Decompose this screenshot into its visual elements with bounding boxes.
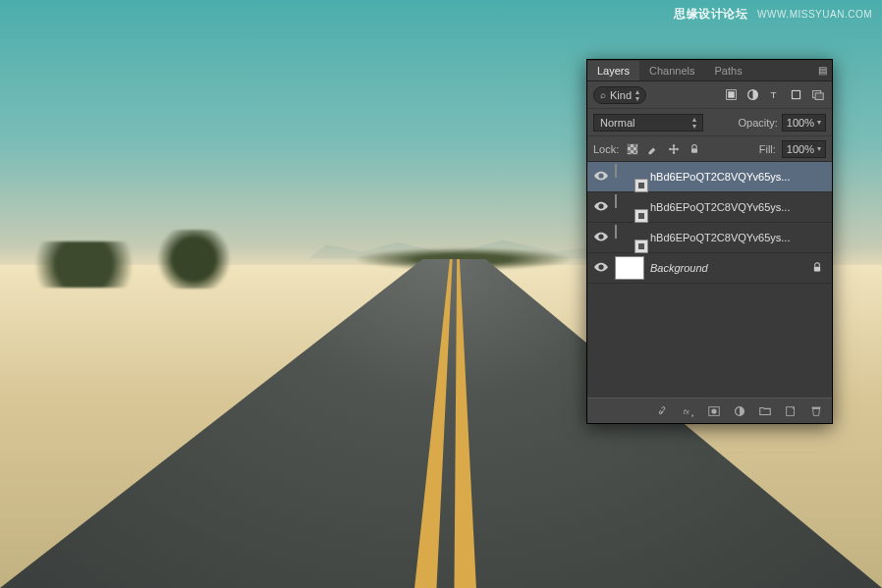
panel-menu-button[interactable]: ▤ [812,61,832,80]
updown-icon: ▴▾ [635,88,639,102]
blend-row: Normal ▴▾ Opacity: 100% ▾ [587,109,832,136]
fill-input[interactable]: 100% ▾ [782,140,826,158]
filter-smart-icon[interactable] [808,86,826,104]
search-icon: ⌕ [600,89,606,100]
layer-row[interactable]: hBd6EPoQT2C8VQYv65ys... [587,223,832,253]
updown-icon: ▴▾ [692,116,696,130]
filter-kind-select[interactable]: ⌕ Kind ▴▾ [593,86,646,104]
filter-shape-icon[interactable] [787,86,804,104]
svg-rect-7 [691,148,697,153]
opacity-input[interactable]: 100% ▾ [782,114,826,132]
chevron-down-icon: ▾ [817,144,821,153]
watermark: 思缘设计论坛 WWW.MISSYUAN.COM [674,6,872,23]
tab-layers[interactable]: Layers [587,61,639,80]
layer-row[interactable]: hBd6EPoQT2C8VQYv65ys... [587,192,832,223]
delete-layer-button[interactable] [804,401,828,421]
smart-object-badge [634,179,648,192]
lock-label: Lock: [593,143,619,155]
layer-row-background[interactable]: Background [587,253,832,284]
watermark-text-cn: 思缘设计论坛 [674,7,747,21]
visibility-toggle[interactable] [593,262,609,274]
layers-panel: Layers Channels Paths ▤ ⌕ Kind ▴▾ T Norm… [586,59,833,424]
smart-object-badge [634,209,648,223]
svg-rect-1 [728,91,735,98]
adjustment-layer-button[interactable] [728,401,751,421]
layer-row[interactable]: hBd6EPoQT2C8VQYv65ys... [587,162,832,192]
tab-paths[interactable]: Paths [705,61,752,80]
filter-type-icon[interactable]: T [765,86,783,104]
svg-text:fx: fx [684,406,690,415]
fill-label: Fill: [759,143,776,155]
chevron-down-icon: ▾ [817,118,821,127]
tab-channels[interactable]: Channels [639,61,704,80]
layer-name[interactable]: hBd6EPoQT2C8VQYv65ys... [650,171,826,183]
lock-all-icon[interactable] [687,141,701,156]
filter-pixel-icon[interactable] [722,86,740,104]
fill-value: 100% [787,143,814,155]
lock-transparent-icon[interactable] [625,141,639,156]
visibility-toggle[interactable] [593,201,609,213]
visibility-toggle[interactable] [593,171,609,183]
lock-pixels-icon[interactable] [645,141,660,156]
group-button[interactable] [753,401,777,421]
layers-list: hBd6EPoQT2C8VQYv65ys... hBd6EPoQT2C8VQYv… [587,162,832,398]
new-layer-button[interactable] [779,401,802,421]
layer-name[interactable]: hBd6EPoQT2C8VQYv65ys... [650,201,826,213]
opacity-label: Opacity: [739,117,778,129]
opacity-value: 100% [787,117,814,129]
svg-text:T: T [770,89,776,100]
layer-thumbnail[interactable] [615,226,644,249]
layer-name[interactable]: Background [650,262,806,274]
layer-style-button[interactable]: fx [677,401,700,421]
lock-row: Lock: Fill: 100% ▾ [587,136,832,162]
smart-object-badge [634,240,648,253]
svg-rect-8 [814,266,820,271]
svg-rect-14 [812,406,821,408]
svg-rect-6 [815,93,823,100]
layer-thumbnail[interactable] [615,256,644,280]
filter-row: ⌕ Kind ▴▾ T [587,81,832,109]
filter-kind-label: Kind [610,89,632,101]
panel-tabs: Layers Channels Paths ▤ [587,60,832,81]
layer-mask-button[interactable] [702,401,726,421]
lock-position-icon[interactable] [666,141,681,156]
svg-point-11 [711,408,716,413]
visibility-toggle[interactable] [593,232,609,243]
filter-adjustment-icon[interactable] [744,86,761,104]
svg-rect-4 [792,90,799,98]
lock-icon [812,262,826,275]
layer-name[interactable]: hBd6EPoQT2C8VQYv65ys... [650,232,826,243]
panel-footer: fx [587,398,832,423]
link-layers-button[interactable] [651,401,675,421]
watermark-text-url: WWW.MISSYUAN.COM [757,9,872,20]
layer-thumbnail[interactable] [615,165,644,188]
layer-thumbnail[interactable] [615,195,644,219]
blend-mode-select[interactable]: Normal ▴▾ [593,114,703,132]
blend-mode-value: Normal [600,117,634,129]
